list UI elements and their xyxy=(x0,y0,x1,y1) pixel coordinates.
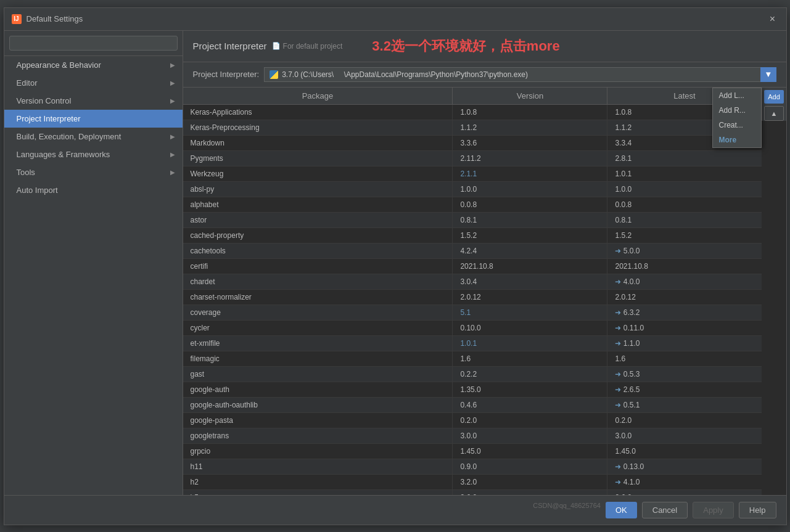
menu-add-local[interactable]: Add L... xyxy=(713,88,761,103)
table-row[interactable]: coverage5.1➜ 6.3.2 xyxy=(183,305,762,320)
sidebar-item-version-control[interactable]: Version Control ▶ xyxy=(4,92,183,110)
latest-cell: ➜ 1.1.0 xyxy=(607,335,762,351)
table-row[interactable]: googletrans3.0.03.0.0 xyxy=(183,428,762,443)
right-panel-wrapper: Add L... Add R... Creat... More Add ▲ xyxy=(762,88,786,495)
latest-cell: ➜ 0.5.1 xyxy=(607,397,762,412)
upgrade-arrow-icon: ➜ xyxy=(615,324,621,332)
table-section: Package Version Latest Keras-Application… xyxy=(183,88,786,495)
sidebar-item-auto-import[interactable]: Auto Import xyxy=(4,181,183,199)
latest-cell: 3.6.0 xyxy=(607,489,762,495)
table-row[interactable]: alphabet0.0.80.0.8 xyxy=(183,197,762,212)
interpreter-dropdown-button[interactable]: ▼ xyxy=(760,67,776,82)
table-row[interactable]: Pygments2.11.22.8.1 xyxy=(183,150,762,166)
right-panel: Add ▲ xyxy=(762,88,786,121)
version-cell: 3.2.0 xyxy=(453,474,607,489)
table-row[interactable]: cycler0.10.0➜ 0.11.0 xyxy=(183,320,762,335)
close-button[interactable]: × xyxy=(767,13,779,25)
table-row[interactable]: cached-property1.5.21.5.2 xyxy=(183,227,762,243)
package-cell: et-xmlfile xyxy=(183,335,453,351)
table-row[interactable]: Keras-Preprocessing1.1.21.1.2 xyxy=(183,120,762,135)
latest-cell: 2.0.12 xyxy=(607,289,762,305)
version-cell: 0.9.0 xyxy=(453,459,607,474)
latest-value: 2.6.5 xyxy=(623,385,640,394)
version-cell: 0.2.2 xyxy=(453,366,607,382)
table-row[interactable]: filemagic1.61.6 xyxy=(183,351,762,366)
version-cell: 1.35.0 xyxy=(453,382,607,397)
table-row[interactable]: h23.2.0➜ 4.1.0 xyxy=(183,474,762,489)
chevron-right-icon: ▶ xyxy=(170,97,175,104)
latest-value: 0.5.1 xyxy=(623,401,640,409)
table-row[interactable]: certifi2021.10.82021.10.8 xyxy=(183,258,762,274)
latest-value: 1.1.0 xyxy=(623,339,640,348)
dialog: IJ Default Settings × Appearance & Behav… xyxy=(4,7,787,525)
content-subtitle: 📄 For default project xyxy=(272,42,343,51)
up-button[interactable]: ▲ xyxy=(764,106,784,121)
latest-cell: 0.0.8 xyxy=(607,197,762,212)
table-row[interactable]: astor0.8.10.8.1 xyxy=(183,212,762,227)
app-icon: IJ xyxy=(12,14,22,24)
table-header-row: Package Version Latest xyxy=(183,88,762,105)
package-cell: h11 xyxy=(183,459,453,474)
package-cell: google-auth xyxy=(183,382,453,397)
table-row[interactable]: cachetools4.2.4➜ 5.0.0 xyxy=(183,243,762,258)
table-row[interactable]: grpcio1.45.01.45.0 xyxy=(183,443,762,459)
table-row[interactable]: gast0.2.2➜ 0.5.3 xyxy=(183,366,762,382)
sidebar-item-languages[interactable]: Languages & Frameworks ▶ xyxy=(4,145,183,163)
latest-cell: 1.0.1 xyxy=(607,166,762,181)
table-row[interactable]: Keras-Applications1.0.81.0.8 xyxy=(183,104,762,120)
ok-button[interactable]: OK xyxy=(606,502,637,518)
table-row[interactable]: google-auth-oauthlib0.4.6➜ 0.5.1 xyxy=(183,397,762,412)
latest-cell: 2021.10.8 xyxy=(607,258,762,274)
version-cell: 1.45.0 xyxy=(453,443,607,459)
sidebar-item-editor[interactable]: Editor ▶ xyxy=(4,74,183,92)
table-row[interactable]: chardet3.0.4➜ 4.0.0 xyxy=(183,274,762,289)
menu-create[interactable]: Creat... xyxy=(713,118,761,133)
version-cell: 1.0.0 xyxy=(453,181,607,197)
table-row[interactable]: Markdown3.3.63.3.4 xyxy=(183,135,762,150)
chevron-right-icon: ▶ xyxy=(170,62,175,68)
apply-button[interactable]: Apply xyxy=(693,502,734,518)
package-cell: google-auth-oauthlib xyxy=(183,397,453,412)
sidebar-item-build-execution[interactable]: Build, Execution, Deployment ▶ xyxy=(4,128,183,145)
col-package: Package xyxy=(183,88,453,105)
watermark: CSDN@qq_48625764 xyxy=(533,502,601,518)
menu-add-remote[interactable]: Add R... xyxy=(713,103,761,118)
cancel-button[interactable]: Cancel xyxy=(642,502,688,518)
upgrade-arrow-icon: ➜ xyxy=(615,247,621,255)
subtitle-text: For default project xyxy=(283,42,343,51)
help-button[interactable]: Help xyxy=(739,502,776,518)
package-cell: astor xyxy=(183,212,453,227)
packages-table: Package Version Latest Keras-Application… xyxy=(183,88,762,495)
sidebar-item-appearance[interactable]: Appearance & Behavior ▶ xyxy=(4,56,183,74)
latest-cell: 2.8.1 xyxy=(607,150,762,166)
sidebar-item-tools[interactable]: Tools ▶ xyxy=(4,163,183,181)
package-cell: certifi xyxy=(183,258,453,274)
table-row[interactable]: h5py3.6.03.6.0 xyxy=(183,489,762,495)
table-row[interactable]: charset-normalizer2.0.122.0.12 xyxy=(183,289,762,305)
table-row[interactable]: et-xmlfile1.0.1➜ 1.1.0 xyxy=(183,335,762,351)
sidebar-item-label: Appearance & Behavior xyxy=(17,60,101,70)
interpreter-select-wrapper: 3.7.0 (C:\Users\ \AppData\Local\Programs… xyxy=(264,67,776,82)
interpreter-select[interactable]: 3.7.0 (C:\Users\ \AppData\Local\Programs… xyxy=(264,67,760,82)
package-cell: googletrans xyxy=(183,428,453,443)
latest-value: 0.11.0 xyxy=(623,324,644,332)
version-cell: 0.4.6 xyxy=(453,397,607,412)
sidebar-item-project-interpreter[interactable]: Project Interpreter xyxy=(4,110,183,128)
package-cell: google-pasta xyxy=(183,412,453,428)
menu-more[interactable]: More xyxy=(713,133,761,147)
sidebar-item-label: Languages & Frameworks xyxy=(17,150,110,159)
subtitle-icon: 📄 xyxy=(272,42,281,50)
sidebar-item-label: Editor xyxy=(17,78,38,88)
latest-value: 6.3.2 xyxy=(623,308,640,317)
dropdown-menu: Add L... Add R... Creat... More xyxy=(712,88,762,148)
table-wrapper[interactable]: Package Version Latest Keras-Application… xyxy=(183,88,762,495)
package-cell: coverage xyxy=(183,305,453,320)
package-cell: Keras-Applications xyxy=(183,104,453,120)
table-row[interactable]: Werkzeug2.1.11.0.1 xyxy=(183,166,762,181)
table-row[interactable]: google-pasta0.2.00.2.0 xyxy=(183,412,762,428)
table-row[interactable]: h110.9.0➜ 0.13.0 xyxy=(183,459,762,474)
table-row[interactable]: absl-py1.0.01.0.0 xyxy=(183,181,762,197)
table-row[interactable]: google-auth1.35.0➜ 2.6.5 xyxy=(183,382,762,397)
add-button[interactable]: Add xyxy=(764,90,784,104)
search-input[interactable] xyxy=(9,36,178,51)
